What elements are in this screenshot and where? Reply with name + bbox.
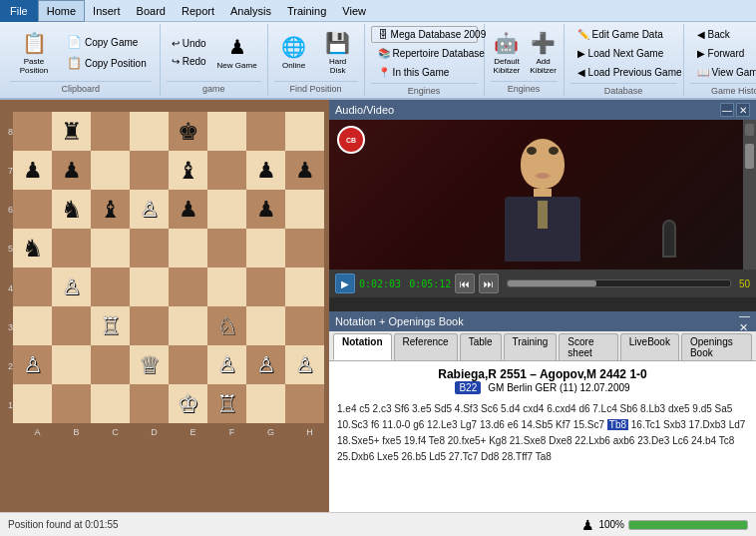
fast-forward-button[interactable]: ⏭ (479, 273, 499, 293)
square-c7[interactable] (91, 151, 130, 190)
square-d4[interactable] (130, 268, 169, 306)
square-g2[interactable]: ♙ (246, 345, 285, 384)
square-a3[interactable] (13, 306, 52, 345)
tab-openings-book[interactable]: Openings Book (681, 333, 752, 360)
square-b5[interactable] (52, 229, 91, 268)
square-d7[interactable] (130, 151, 169, 190)
square-b7[interactable]: ♟ (52, 151, 91, 190)
square-g1[interactable] (246, 384, 285, 423)
square-a5[interactable]: ♞ (13, 229, 52, 268)
redo-button[interactable]: ↪ Redo (167, 53, 211, 70)
square-g8[interactable] (246, 112, 285, 151)
square-b8[interactable]: ♜ (52, 112, 91, 151)
load-prev-game-button[interactable]: ◀ Load Previous Game (570, 64, 689, 81)
square-e5[interactable] (169, 229, 207, 268)
square-g4[interactable] (246, 268, 285, 306)
forward-button[interactable]: ▶ Forward (690, 45, 752, 62)
square-d3[interactable] (130, 306, 169, 345)
progress-bar[interactable] (507, 279, 731, 287)
square-b6[interactable]: ♞ (52, 190, 91, 229)
moves-text[interactable]: 1.e4 c5 2.c3 Sf6 3.e5 Sd5 4.Sf3 Sc6 5.d4… (335, 399, 750, 467)
square-f2[interactable]: ♙ (207, 345, 246, 384)
paste-position-button[interactable]: 📋 Paste Position (10, 27, 58, 79)
square-e2[interactable] (169, 345, 207, 384)
square-f7[interactable] (207, 151, 246, 190)
square-a4[interactable] (13, 268, 52, 306)
square-b3[interactable] (52, 306, 91, 345)
insert-menu[interactable]: Insert (85, 0, 129, 22)
square-g3[interactable] (246, 306, 285, 345)
tab-score-sheet[interactable]: Score sheet (559, 333, 617, 360)
square-b2[interactable] (52, 345, 91, 384)
board[interactable]: ♜ ♚ ♟ ♟ ♝ ♟ ♟ ♞ ♝ ♙ ♟ (13, 112, 324, 423)
copy-position-button[interactable]: 📋 Copy Position (62, 53, 152, 73)
view-game-history-button[interactable]: 📖 View Game History (690, 64, 756, 81)
square-d6[interactable]: ♙ (130, 190, 169, 229)
square-e3[interactable] (169, 306, 207, 345)
home-menu[interactable]: Home (38, 0, 85, 22)
copy-game-button[interactable]: 📄 Copy Game (62, 32, 152, 52)
tab-reference[interactable]: Reference (394, 333, 458, 360)
square-f4[interactable] (207, 268, 246, 306)
edit-game-data-button[interactable]: ✏️ Edit Game Data (570, 26, 670, 43)
square-g5[interactable] (246, 229, 285, 268)
report-menu[interactable]: Report (174, 0, 222, 22)
undo-button[interactable]: ↩ Undo (167, 35, 211, 52)
square-c6[interactable]: ♝ (91, 190, 130, 229)
square-b1[interactable] (52, 384, 91, 423)
av-minimize-button[interactable]: — (720, 103, 734, 117)
square-a6[interactable] (13, 190, 52, 229)
square-c4[interactable] (91, 268, 130, 306)
square-h3[interactable] (285, 306, 324, 345)
in-this-game-button[interactable]: 📍 In this Game (371, 64, 478, 81)
square-a8[interactable] (13, 112, 52, 151)
new-game-button[interactable]: ♟ New Game (213, 27, 261, 79)
square-e7[interactable]: ♝ (169, 151, 207, 190)
rewind-button[interactable]: ⏮ (455, 273, 475, 293)
square-d1[interactable] (130, 384, 169, 423)
tab-notation[interactable]: Notation (333, 333, 392, 360)
square-c8[interactable] (91, 112, 130, 151)
online-button[interactable]: 🌐 Online (274, 27, 314, 79)
square-h8[interactable] (285, 112, 324, 151)
square-h2[interactable]: ♙ (285, 345, 324, 384)
mega-database-button[interactable]: 🗄 Mega Database 2009 (371, 26, 478, 43)
square-h7[interactable]: ♟ (285, 151, 324, 190)
square-g7[interactable]: ♟ (246, 151, 285, 190)
default-kibitzer-button[interactable]: 🤖 Default Kibitzer (491, 27, 524, 79)
add-kibitzer-button[interactable]: ➕ Add Kibitzer (527, 27, 560, 79)
square-h4[interactable] (285, 268, 324, 306)
square-b4[interactable]: ♙ (52, 268, 91, 306)
square-c2[interactable] (91, 345, 130, 384)
square-d2[interactable]: ♕ (130, 345, 169, 384)
tab-table[interactable]: Table (460, 333, 502, 360)
square-f1[interactable]: ♖ (207, 384, 246, 423)
tab-livebook[interactable]: LiveBook (620, 333, 679, 360)
play-button[interactable]: ▶ (335, 273, 355, 293)
board-menu[interactable]: Board (129, 0, 174, 22)
tab-training[interactable]: Training (504, 333, 558, 360)
av-close-button[interactable]: ✕ (736, 103, 750, 117)
square-c3[interactable]: ♖ (91, 306, 130, 345)
square-e4[interactable] (169, 268, 207, 306)
repertoire-db-button[interactable]: 📚 Repertoire Database (371, 45, 478, 62)
square-e8[interactable]: ♚ (169, 112, 207, 151)
training-menu[interactable]: Training (279, 0, 334, 22)
file-menu[interactable]: File (0, 0, 38, 22)
back-button[interactable]: ◀ Back (690, 26, 737, 43)
square-h6[interactable] (285, 190, 324, 229)
square-g6[interactable]: ♟ (246, 190, 285, 229)
view-menu[interactable]: View (334, 0, 374, 22)
square-f6[interactable] (207, 190, 246, 229)
square-a1[interactable] (13, 384, 52, 423)
square-d5[interactable] (130, 229, 169, 268)
analysis-menu[interactable]: Analysis (222, 0, 279, 22)
square-c1[interactable] (91, 384, 130, 423)
square-f8[interactable] (207, 112, 246, 151)
square-h1[interactable] (285, 384, 324, 423)
square-d8[interactable] (130, 112, 169, 151)
square-f5[interactable] (207, 229, 246, 268)
load-next-game-button[interactable]: ▶ Load Next Game (570, 45, 671, 62)
hard-disk-button[interactable]: 💾 Hard Disk (318, 27, 358, 79)
square-a2[interactable]: ♙ (13, 345, 52, 384)
